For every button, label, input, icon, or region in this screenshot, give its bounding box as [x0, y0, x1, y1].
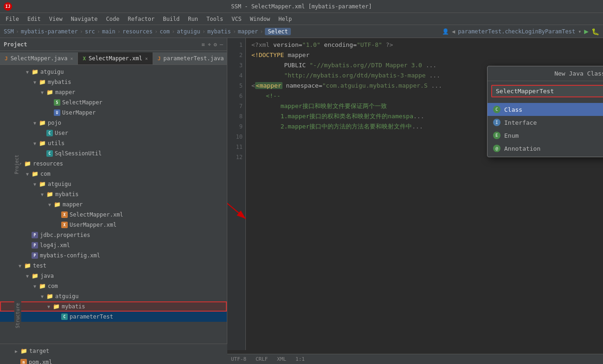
tree-pojo-folder[interactable]: ▼ 📁 pojo	[0, 118, 227, 128]
title-bar: IJ SSM - SelectMapper.xml [mybatis-param…	[0, 0, 603, 13]
tab-parametertest-java[interactable]: J parameterTest.java ×	[153, 52, 227, 64]
hide-sidebar-button[interactable]: —	[220, 41, 223, 48]
window-title: SSM - SelectMapper.xml [mybatis-paramete…	[231, 3, 372, 10]
nav-back[interactable]: ◀	[452, 28, 455, 35]
collapse-all-button[interactable]: ≡	[201, 41, 205, 48]
tree-atguigu-res-folder[interactable]: ▼ 📁 atguigu	[0, 179, 227, 189]
tree-mybatis-test-folder[interactable]: ▼ 📁 mybatis	[0, 301, 227, 312]
sep2: ›	[80, 28, 83, 35]
popup-input-row	[488, 81, 603, 101]
line-num-1: 1	[227, 40, 245, 50]
scroll-to-source-button[interactable]: ⌖	[208, 41, 211, 48]
tree-atguigu-folder[interactable]: ▼ 📁 atguigu	[0, 67, 227, 77]
tree-mapper-res-folder[interactable]: ▼ 📁 mapper	[0, 199, 227, 210]
menu-code[interactable]: Code	[103, 15, 123, 23]
expand-arrow: ▼	[41, 294, 45, 299]
sidebar-tree[interactable]: ▼ 📁 atguigu ▼ 📁 mybatis ▼ 📁 mapper	[0, 65, 227, 350]
tree-usermapper[interactable]: ▼ U UserMapper	[0, 108, 227, 118]
tree-log4j-xml[interactable]: ▼ P log4j.xml	[0, 240, 227, 250]
tree-target[interactable]: ▶ 📁 target	[4, 346, 224, 356]
tree-test-folder[interactable]: ▼ 📁 test	[0, 261, 227, 271]
popup-item-annotation[interactable]: @ Annotation	[488, 142, 603, 155]
menu-edit[interactable]: Edit	[24, 15, 45, 23]
new-java-class-dialog[interactable]: New Java Class C Class I Interface E Enu…	[487, 66, 603, 157]
tree-mapper-folder[interactable]: ▼ 📁 mapper	[0, 87, 227, 97]
debug-button[interactable]: 🐛	[591, 28, 599, 35]
breadcrumb-main[interactable]: main	[102, 28, 115, 35]
java-icon: J	[5, 56, 8, 62]
interface-type-icon: I	[493, 119, 500, 126]
tree-java-folder[interactable]: ▼ 📁 java	[0, 271, 227, 281]
enum-type-icon: E	[493, 132, 500, 139]
popup-item-class[interactable]: C Class	[488, 103, 603, 116]
menu-vcs[interactable]: VCS	[228, 15, 245, 23]
close-tab-1[interactable]: ×	[70, 56, 73, 61]
tree-mybatis-res-folder[interactable]: ▼ 📁 mybatis	[0, 189, 227, 199]
menu-refactor[interactable]: Refactor	[124, 15, 158, 23]
menu-window[interactable]: Window	[246, 15, 274, 23]
breadcrumb-atguigu[interactable]: atguigu	[177, 28, 200, 35]
tree-resources-folder[interactable]: ▼ 📁 resources	[0, 159, 227, 169]
tree-mybatis-config-xml[interactable]: ▼ P mybatis-config.xml	[0, 250, 227, 261]
tree-selectmapper[interactable]: ▼ S SelectMapper	[0, 97, 227, 108]
tree-sqlsessionutil[interactable]: ▼ C SqlSessionUtil	[0, 148, 227, 159]
breadcrumb-select[interactable]: Select	[265, 28, 290, 35]
tab-label-1: SelectMapper.java	[11, 55, 68, 62]
tab-selectmapper-java[interactable]: J SelectMapper.java ×	[0, 52, 78, 64]
line-num-3: 3	[227, 60, 245, 70]
popup-item-interface[interactable]: I Interface	[488, 116, 603, 129]
breadcrumb-mybatis-param[interactable]: mybatis-parameter	[21, 28, 78, 35]
tree-parametertest[interactable]: ▼ C parameterTest	[0, 312, 227, 322]
menu-build[interactable]: Build	[159, 15, 183, 23]
menu-navigate[interactable]: Navigate	[67, 15, 102, 23]
tree-label: UserMapper	[62, 109, 96, 116]
tree-mybatis-folder[interactable]: ▼ 📁 mybatis	[0, 77, 227, 87]
tree-com-folder[interactable]: ▼ 📁 com	[0, 169, 227, 179]
expand-arrow: ▼	[41, 192, 45, 197]
menu-run[interactable]: Run	[184, 15, 202, 23]
status-text: UTF-8 CRLF XML 1:1	[231, 356, 305, 362]
close-tab-2[interactable]: ×	[145, 56, 148, 61]
expand-arrow: ▼	[26, 172, 31, 177]
folder-icon-target: 📁	[20, 348, 27, 354]
breadcrumb-com[interactable]: com	[160, 28, 170, 35]
breadcrumb-resources[interactable]: resources	[122, 28, 153, 35]
class-name-input[interactable]	[491, 85, 603, 97]
sep6: ›	[172, 28, 175, 35]
tree-label: SelectMapper	[62, 99, 103, 106]
file-icon-pom: m	[20, 359, 27, 364]
tree-pom-xml[interactable]: ▼ m pom.xml	[4, 357, 224, 364]
tree-utils-folder[interactable]: ▼ 📁 utils	[0, 138, 227, 148]
branch-dropdown[interactable]: ▾	[578, 28, 581, 35]
line-num-4: 4	[227, 70, 245, 81]
tab-selectmapper-xml[interactable]: X SelectMapper.xml ×	[78, 52, 153, 64]
breadcrumb-mapper[interactable]: mapper	[238, 28, 258, 35]
line-num-11: 11	[227, 142, 245, 152]
menu-file[interactable]: File	[2, 15, 23, 23]
expand-arrow: ▼	[33, 141, 38, 146]
bottom-status-bar: UTF-8 CRLF XML 1:1	[227, 354, 603, 364]
popup-item-enum[interactable]: E Enum	[488, 129, 603, 142]
breadcrumb-src[interactable]: src	[85, 28, 95, 35]
run-button[interactable]: ▶	[584, 27, 589, 36]
menu-view[interactable]: View	[45, 15, 66, 23]
sep5: ›	[154, 28, 158, 35]
tree-jdbc-properties[interactable]: ▼ P jdbc.properties	[0, 230, 227, 240]
file-icon-sqlsessionutil: C	[46, 150, 53, 157]
main-layout: Project ≡ ⌖ ⚙ — J SelectMapper.java × X …	[0, 38, 603, 350]
tree-user[interactable]: ▼ C User	[0, 128, 227, 138]
breadcrumb-ssm[interactable]: SSM	[4, 28, 14, 35]
menu-tools[interactable]: Tools	[203, 15, 227, 23]
settings-button[interactable]: ⚙	[214, 41, 217, 48]
menu-help[interactable]: Help	[275, 15, 295, 23]
tree-label: mapper	[63, 201, 83, 208]
tree-usermapper-xml[interactable]: ▼ X UserMapper.xml	[0, 220, 227, 230]
tree-atguigu-test-folder[interactable]: ▼ 📁 atguigu	[0, 291, 227, 301]
tree-com-test-folder[interactable]: ▼ 📁 com	[0, 281, 227, 291]
editor-area[interactable]: 1 2 3 4 5 6 7 8 9 10 11 12 <?xml version…	[227, 38, 603, 350]
file-icon-user: C	[46, 130, 53, 136]
breadcrumb-mybatis[interactable]: mybatis	[207, 28, 231, 35]
tree-selectmapper-xml[interactable]: ▼ X SelectMapper.xml	[0, 210, 227, 220]
folder-icon-atguigu: 📁	[32, 69, 38, 75]
folder-icon-atguigu-test: 📁	[46, 293, 53, 300]
